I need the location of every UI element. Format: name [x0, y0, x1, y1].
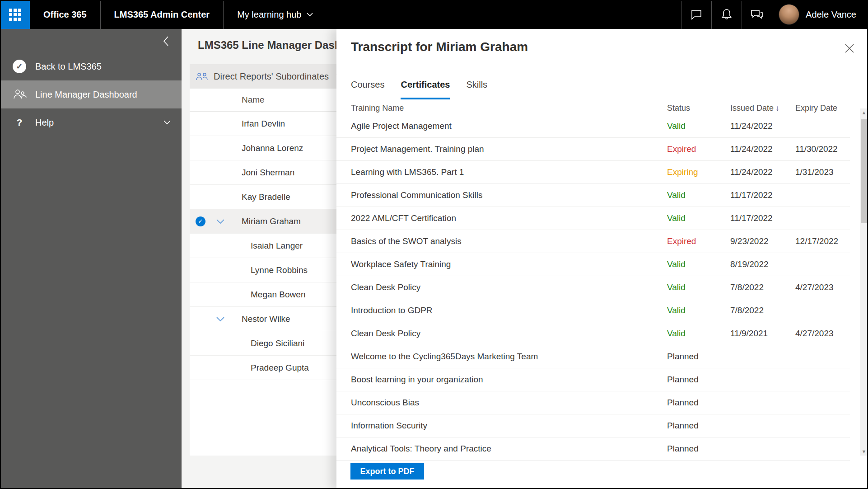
training-name: Boost learning in your organization: [351, 375, 667, 385]
sidebar-collapse-button[interactable]: [158, 33, 173, 49]
status-badge: Valid: [667, 190, 730, 200]
issued-date: 11/17/2022: [730, 213, 795, 223]
vertical-scrollbar[interactable]: ▲ ▼: [860, 108, 868, 456]
chevron-down-icon: [307, 13, 313, 17]
sidebar-item-label: Back to LMS365: [35, 61, 102, 72]
export-to-pdf-button[interactable]: Export to PDF: [350, 463, 424, 480]
sort-descending-icon: ↓: [775, 104, 779, 113]
learning-hub-label: My learning hub: [237, 9, 301, 20]
training-name: Clean Desk Policy: [351, 282, 667, 292]
scroll-up-arrow-icon[interactable]: ▲: [860, 108, 868, 117]
training-name: Project Management. Training plan: [351, 144, 667, 154]
training-name: Clean Desk Policy: [351, 329, 667, 339]
column-training-name[interactable]: Training Name: [351, 103, 667, 113]
sidebar-item-line-manager-dashboard[interactable]: Line Manager Dashboard: [0, 80, 182, 108]
scrollbar-thumb[interactable]: [861, 119, 867, 223]
status-badge: Planned: [667, 375, 730, 385]
row-controls: [190, 356, 242, 380]
tab-skills[interactable]: Skills: [466, 80, 487, 99]
tab-courses[interactable]: Courses: [351, 80, 384, 99]
certificate-row[interactable]: Basics of the SWOT analysis Expired 9/23…: [336, 230, 850, 253]
admin-center-title[interactable]: LMS365 Admin Center: [101, 0, 224, 29]
column-expiry-date[interactable]: Expiry Date: [795, 103, 850, 113]
notifications-button[interactable]: [712, 0, 742, 29]
status-badge: Expired: [667, 144, 730, 154]
sidebar-item-label: Line Manager Dashboard: [35, 89, 137, 100]
certificate-row[interactable]: 2022 AML/CFT Certification Valid 11/17/2…: [336, 207, 850, 230]
scroll-down-arrow-icon[interactable]: ▼: [860, 447, 868, 456]
training-name: Information Security: [351, 421, 667, 431]
avatar: [779, 4, 799, 25]
sidebar-item-label: Help: [35, 118, 54, 128]
training-name: Unconscious Bias: [351, 398, 667, 408]
status-badge: Expiring: [667, 167, 730, 177]
issued-date: 11/24/2022: [730, 121, 795, 131]
user-name: Adele Vance: [806, 9, 856, 20]
certificate-row[interactable]: Welcome to the Cycling365Days Marketing …: [336, 345, 850, 368]
training-name: 2022 AML/CFT Certification: [351, 213, 667, 223]
certificate-row[interactable]: Workplace Safety Training Valid 8/19/202…: [336, 253, 850, 276]
issued-date: 11/9/2021: [730, 329, 795, 339]
row-controls: [190, 136, 242, 160]
column-issued-date[interactable]: Issued Date↓: [730, 103, 795, 113]
person-name: Miriam Graham: [242, 216, 301, 226]
person-name: Irfan Devlin: [242, 119, 285, 129]
certificate-row[interactable]: Professional Communication Skills Valid …: [336, 184, 850, 207]
certificate-row[interactable]: Boost learning in your organization Plan…: [336, 368, 850, 391]
row-controls: [190, 258, 242, 282]
learning-hub-menu[interactable]: My learning hub: [224, 0, 327, 29]
chat-icon: [691, 9, 702, 20]
close-button[interactable]: [843, 42, 856, 55]
chevron-down-icon: [163, 120, 171, 125]
training-name: Welcome to the Cycling365Days Marketing …: [351, 352, 667, 362]
status-badge: Expired: [667, 236, 730, 246]
certificate-row[interactable]: Learning with LMS365. Part 1 Expiring 11…: [336, 161, 850, 184]
app-window: Office 365 LMS365 Admin Center My learni…: [0, 0, 868, 489]
certificate-row[interactable]: Project Management. Training plan Expire…: [336, 138, 850, 161]
issued-date: 8/19/2022: [730, 259, 795, 269]
training-name: Professional Communication Skills: [351, 190, 667, 200]
chat-button[interactable]: [681, 0, 711, 29]
status-badge: Planned: [667, 398, 730, 408]
status-badge: Valid: [667, 282, 730, 292]
certificate-row[interactable]: Introduction to GDPR Valid 7/8/2022: [336, 299, 850, 322]
feedback-button[interactable]: [742, 0, 772, 29]
expand-chevron-icon[interactable]: [216, 219, 225, 224]
status-badge: Valid: [667, 121, 730, 131]
certificates-table-header: Training Name Status Issued Date↓ Expiry…: [336, 101, 850, 115]
expiry-date: 11/30/2022: [795, 144, 850, 154]
transcript-title: Transcript for Miriam Graham: [351, 40, 528, 54]
sidebar-item-back-to-lms365[interactable]: ✓ Back to LMS365: [0, 52, 182, 80]
row-controls: [190, 160, 242, 184]
certificate-row[interactable]: Agile Project Management Valid 11/24/202…: [336, 115, 850, 138]
person-name: Kay Bradelle: [242, 192, 290, 202]
training-name: Learning with LMS365. Part 1: [351, 167, 667, 177]
app-launcher-button[interactable]: [0, 0, 30, 29]
person-name: Megan Bowen: [251, 290, 305, 300]
training-name: Agile Project Management: [351, 121, 667, 131]
sidebar-item-help[interactable]: ? Help: [0, 108, 182, 136]
certificate-row[interactable]: Unconscious Bias Planned: [336, 391, 850, 414]
certificate-row[interactable]: Clean Desk Policy Valid 11/9/2021 4/27/2…: [336, 322, 850, 345]
issued-date: 7/8/2022: [730, 306, 795, 315]
row-controls: [190, 282, 242, 306]
certificate-row[interactable]: Analytical Tools: Theory and Practice Pl…: [336, 437, 850, 461]
expiry-date: 4/27/2023: [795, 282, 850, 292]
person-name: Isaiah Langer: [251, 241, 303, 251]
issued-date: 11/24/2022: [730, 167, 795, 177]
office365-brand[interactable]: Office 365: [30, 0, 100, 29]
certificate-row[interactable]: Clean Desk Policy Valid 7/8/2022 4/27/20…: [336, 276, 850, 299]
chevron-left-icon: [163, 36, 169, 46]
column-status[interactable]: Status: [667, 103, 730, 113]
account-menu[interactable]: Adele Vance: [772, 0, 868, 29]
certificate-row[interactable]: Information Security Planned: [336, 414, 850, 437]
feedback-icon: [751, 9, 763, 20]
issued-date: 7/8/2022: [730, 282, 795, 292]
person-name: Joni Sherman: [242, 168, 294, 178]
person-name: Nestor Wilke: [242, 314, 290, 324]
top-bar: Office 365 LMS365 Admin Center My learni…: [0, 0, 868, 29]
tab-certificates[interactable]: Certificates: [401, 80, 450, 99]
close-icon: [845, 43, 854, 53]
expand-chevron-icon[interactable]: [216, 316, 225, 322]
row-controls: [190, 234, 242, 258]
